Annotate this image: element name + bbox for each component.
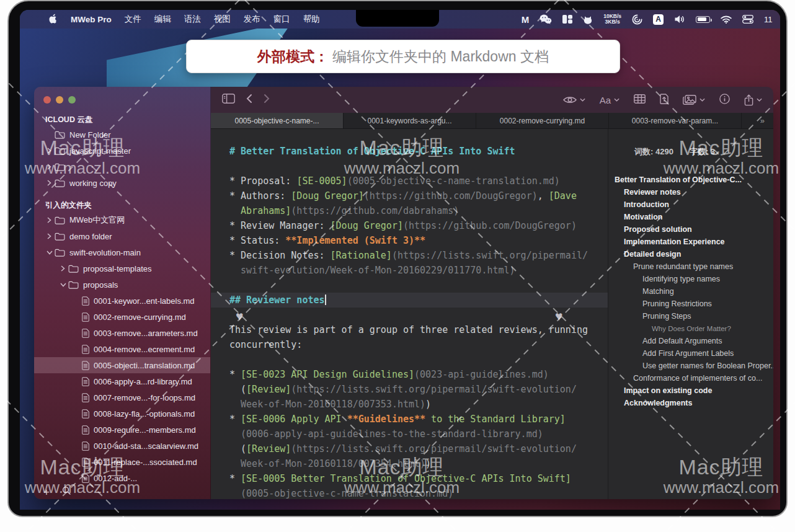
editor-line: * Authors: [Doug Gregor](https://github.… <box>211 188 608 203</box>
apple-menu-icon[interactable] <box>48 14 58 25</box>
toggle-sidebar-button[interactable] <box>222 94 235 106</box>
outline-item[interactable]: Why Does Order Matter? <box>608 322 773 335</box>
network-speed[interactable]: 10KB/s3KB/s <box>603 14 621 25</box>
chevron-right-icon[interactable] <box>44 148 55 154</box>
document-icon <box>82 474 89 483</box>
menu-语法[interactable]: 语法 <box>184 14 201 25</box>
markdown-editor[interactable]: # Better Translation of Objective-C APIs… <box>211 129 608 499</box>
text-format-menu-button[interactable]: Aa <box>600 95 620 105</box>
mweb-status-icon[interactable]: M <box>522 14 530 25</box>
chevron-right-icon[interactable] <box>44 164 55 170</box>
add-item-button[interactable]: + <box>43 487 50 497</box>
editor-text-segment: * Decision Notes: <box>229 250 331 261</box>
tab-0003-remove-var-param...[interactable]: 0003-remove-var-param... <box>609 113 742 128</box>
tab-0001-keywords-as-argu...[interactable]: 0001-keywords-as-argu... <box>344 113 476 128</box>
input-source-icon[interactable]: A <box>653 14 664 25</box>
share-menu-button[interactable] <box>744 94 762 106</box>
wechat-icon[interactable] <box>540 14 552 24</box>
sidebar-item-proposals[interactable]: proposals <box>34 277 210 293</box>
minimize-window-button[interactable] <box>56 96 63 104</box>
main-area: Aa <box>211 87 773 499</box>
sidebar-item-0005-objecti...translation.md[interactable]: 0005-objecti...translation.md <box>34 357 210 373</box>
document-icon <box>82 458 89 467</box>
forward-button[interactable] <box>264 94 270 106</box>
editor-text-segment: to the Standard Library] <box>425 414 566 425</box>
sidebar-item-0004-remove...ecrement.md[interactable]: 0004-remove...ecrement.md <box>34 341 210 357</box>
zoom-window-button[interactable] <box>68 96 76 104</box>
menu-编辑[interactable]: 编辑 <box>154 14 171 25</box>
sidebar-item-0011-replace-...ssociated.md[interactable]: 0011-replace-...ssociated.md <box>34 454 210 470</box>
sidebar-item-0006-apply-a...rd-library.md[interactable]: 0006-apply-a...rd-library.md <box>34 373 210 389</box>
swirl-app-icon[interactable] <box>632 14 642 25</box>
preview-menu-button[interactable] <box>563 95 585 104</box>
menu-app-name[interactable]: MWeb Pro <box>71 15 112 24</box>
chevron-right-icon[interactable] <box>44 217 55 223</box>
outline-item[interactable]: Conformance of implementers of co... <box>608 372 773 384</box>
sidebar-item-0010-add-sta...scalarview.md[interactable]: 0010-add-sta...scalarview.md <box>34 438 210 454</box>
chevron-right-icon[interactable] <box>44 233 55 239</box>
sidebar-item-demo folder[interactable]: demo folder <box>34 228 210 244</box>
sidebar-item-0007-remove...-for-loops.md[interactable]: 0007-remove...-for-loops.md <box>34 389 210 406</box>
outline-item[interactable]: Implementation Experience <box>608 236 773 248</box>
sidebar-item-0001-keywor...ent-labels.md[interactable]: 0001-keywor...ent-labels.md <box>34 293 210 309</box>
sidebar-item-proposal-templates[interactable]: proposal-templates <box>34 260 210 277</box>
sidebar-item-New Folder[interactable]: New Folder <box>34 126 210 143</box>
volume-icon[interactable] <box>674 15 685 24</box>
outline-item[interactable]: Introduction <box>608 198 773 211</box>
window-manager-icon[interactable] <box>562 15 572 24</box>
cat-utility-icon[interactable] <box>583 15 593 24</box>
clock[interactable]: 11 <box>764 15 774 24</box>
insert-table-button[interactable] <box>634 94 646 106</box>
chevron-down-icon[interactable] <box>44 250 55 255</box>
chevron-right-icon[interactable] <box>58 265 68 272</box>
tab-overflow-button[interactable]: » <box>742 113 773 128</box>
outline-item[interactable]: Pruning Restrictions <box>608 298 773 310</box>
chevron-down-icon[interactable] <box>58 283 68 287</box>
insert-image-menu-button[interactable] <box>683 95 705 105</box>
outline-item[interactable]: Impact on existing code <box>608 384 773 397</box>
sidebar-section-header: ICLOUD 云盘 <box>45 115 210 125</box>
sidebar-item[interactable] <box>34 159 210 175</box>
sidebar-item-MWeb中文官网[interactable]: MWeb中文官网 <box>34 212 210 228</box>
sidebar-item-0003-remove...arameters.md[interactable]: 0003-remove...arameters.md <box>34 325 210 341</box>
search-icon[interactable] <box>62 486 71 497</box>
sidebar-item-swift-evolution-main[interactable]: swift-evolution-main <box>34 244 210 260</box>
menu-视图[interactable]: 视图 <box>214 14 231 25</box>
wifi-icon[interactable] <box>721 16 732 24</box>
outline-item[interactable]: Acknowledgments <box>608 397 773 409</box>
info-button[interactable] <box>719 94 730 107</box>
outline-item[interactable]: Pruning Steps <box>608 310 773 322</box>
outline-item[interactable]: Proposed solution <box>608 223 773 236</box>
tab-0002-remove-currying.md[interactable]: 0002-remove-currying.md <box>476 113 609 128</box>
outline-item[interactable]: Add Default Arguments <box>608 335 773 347</box>
sidebar-item-javascript-master[interactable]: javascript-master <box>34 143 210 159</box>
outline-item[interactable]: Identifying type names <box>608 273 773 285</box>
outline-item[interactable]: Prune redundant type names <box>608 260 773 273</box>
menu-窗口[interactable]: 窗口 <box>273 14 290 25</box>
menu-帮助[interactable]: 帮助 <box>303 14 320 25</box>
outline-item[interactable]: Matching <box>608 285 773 298</box>
outline-item[interactable]: Better Translation of Objective-C... <box>608 174 773 186</box>
chevron-right-icon[interactable] <box>44 180 55 186</box>
back-button[interactable] <box>246 94 252 106</box>
close-window-button[interactable] <box>43 96 51 104</box>
outline-item[interactable]: Use getter names for Boolean Proper... <box>608 360 773 372</box>
sidebar-item-0012-add-...[interactable]: 0012-add-... <box>34 470 210 486</box>
sidebar-item-working copy[interactable]: working copy <box>34 175 210 191</box>
export-document-button[interactable] <box>660 94 668 107</box>
control-center-icon[interactable] <box>742 15 753 24</box>
outline-item[interactable]: Reviewer notes <box>608 186 773 198</box>
editor-text-segment: **Guidelines** <box>347 414 425 425</box>
tab-0005-objective-c-name-...[interactable]: 0005-objective-c-name-... <box>211 113 344 128</box>
menu-文件[interactable]: 文件 <box>125 14 141 25</box>
menu-发布[interactable]: 发布 <box>244 14 260 25</box>
sidebar-item-0008-lazy-fla...-optionals.md[interactable]: 0008-lazy-fla...-optionals.md <box>34 406 210 422</box>
outline-item[interactable]: Detailed design <box>608 248 773 260</box>
outline-item[interactable]: Add First Argument Labels <box>608 347 773 360</box>
editor-line: Week-of-Mon-20160118/007353.html)) <box>211 397 608 412</box>
outline-item[interactable]: Motivation <box>608 211 773 223</box>
sidebar-item-0009-require...-members.md[interactable]: 0009-require...-members.md <box>34 422 210 438</box>
battery-icon[interactable] <box>696 16 710 23</box>
editor-line: swift-evolution/Week-of-Mon-20160229/011… <box>211 263 608 278</box>
sidebar-item-0002-remove-currying.md[interactable]: 0002-remove-currying.md <box>34 309 210 325</box>
